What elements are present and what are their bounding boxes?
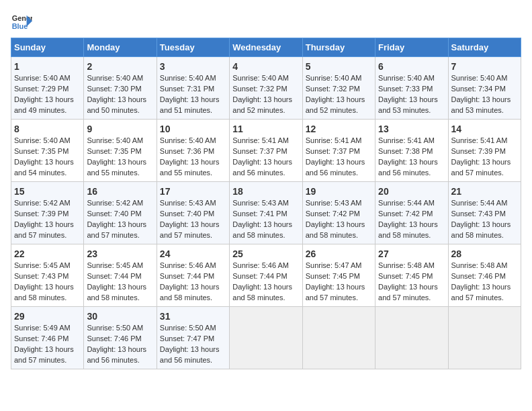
day-detail: Daylight: 13 hours — [306, 220, 372, 230]
day-number: 8 — [14, 122, 81, 136]
day-detail: Sunrise: 5:50 AM — [160, 323, 226, 334]
day-detail: Sunrise: 5:45 AM — [14, 261, 81, 271]
day-detail: Sunset: 7:36 PM — [160, 146, 226, 157]
header-cell-tuesday: Tuesday — [157, 38, 229, 57]
day-detail: Sunset: 7:43 PM — [451, 209, 518, 220]
day-cell: 5Sunrise: 5:40 AMSunset: 7:32 PMDaylight… — [302, 57, 375, 120]
day-detail: Sunrise: 5:43 AM — [306, 198, 372, 209]
day-detail: Sunrise: 5:47 AM — [306, 261, 372, 271]
day-cell: 28Sunrise: 5:48 AMSunset: 7:46 PMDayligh… — [448, 244, 521, 307]
day-detail: Sunrise: 5:45 AM — [87, 261, 153, 271]
day-number: 3 — [160, 60, 226, 73]
day-detail: Sunset: 7:40 PM — [160, 209, 226, 220]
day-detail: Sunrise: 5:41 AM — [306, 136, 372, 146]
day-number: 1 — [14, 60, 81, 73]
day-number: 21 — [451, 185, 518, 198]
day-number: 28 — [451, 247, 518, 261]
day-detail: Sunset: 7:46 PM — [451, 271, 518, 282]
day-cell: 30Sunrise: 5:50 AMSunset: 7:46 PMDayligh… — [84, 307, 157, 369]
day-detail: Sunset: 7:44 PM — [160, 271, 226, 282]
day-detail: Daylight: 13 hours — [160, 95, 226, 105]
day-detail: and 58 minutes. — [14, 293, 81, 304]
day-detail: Sunrise: 5:41 AM — [451, 136, 518, 146]
week-row-3: 15Sunrise: 5:42 AMSunset: 7:39 PMDayligh… — [11, 182, 521, 244]
day-detail: and 57 minutes. — [451, 293, 518, 304]
day-cell: 27Sunrise: 5:48 AMSunset: 7:45 PMDayligh… — [375, 244, 448, 307]
day-cell — [230, 307, 302, 369]
day-detail: Sunrise: 5:40 AM — [451, 73, 518, 84]
day-detail: Sunrise: 5:40 AM — [160, 136, 226, 146]
day-detail: Sunrise: 5:49 AM — [14, 323, 81, 334]
day-detail: Daylight: 13 hours — [451, 157, 518, 168]
header-cell-monday: Monday — [84, 38, 157, 57]
day-number: 26 — [306, 247, 372, 261]
calendar-header: SundayMondayTuesdayWednesdayThursdayFrid… — [11, 38, 521, 57]
day-cell: 14Sunrise: 5:41 AMSunset: 7:39 PMDayligh… — [448, 120, 521, 182]
day-detail: Sunset: 7:33 PM — [378, 84, 445, 95]
day-detail: Sunrise: 5:48 AM — [451, 261, 518, 271]
day-detail: and 52 minutes. — [306, 105, 372, 116]
day-detail: and 56 minutes. — [87, 355, 153, 366]
day-detail: and 57 minutes. — [378, 293, 445, 304]
calendar-body: 1Sunrise: 5:40 AMSunset: 7:29 PMDaylight… — [11, 57, 521, 369]
day-detail: Sunset: 7:37 PM — [306, 146, 372, 157]
day-detail: Sunrise: 5:46 AM — [232, 261, 299, 271]
day-number: 30 — [87, 310, 153, 323]
day-detail: Sunset: 7:32 PM — [232, 84, 299, 95]
day-detail: Sunset: 7:46 PM — [87, 334, 153, 345]
header-cell-saturday: Saturday — [448, 38, 521, 57]
day-detail: Sunset: 7:43 PM — [14, 271, 81, 282]
day-detail: and 52 minutes. — [232, 105, 299, 116]
day-detail: Daylight: 13 hours — [14, 345, 81, 355]
day-detail: Sunset: 7:35 PM — [87, 146, 153, 157]
logo: General Blue — [11, 11, 32, 32]
day-detail: and 57 minutes. — [306, 293, 372, 304]
day-detail: Sunrise: 5:40 AM — [232, 73, 299, 84]
day-detail: and 53 minutes. — [378, 105, 445, 116]
day-detail: Daylight: 13 hours — [87, 345, 153, 355]
day-detail: and 53 minutes. — [451, 105, 518, 116]
day-detail: and 56 minutes. — [378, 168, 445, 179]
day-detail: Daylight: 13 hours — [160, 345, 226, 355]
day-number: 2 — [87, 60, 153, 73]
day-detail: Sunrise: 5:40 AM — [14, 136, 81, 146]
day-detail: Sunset: 7:47 PM — [160, 334, 226, 345]
day-cell: 21Sunrise: 5:44 AMSunset: 7:43 PMDayligh… — [448, 182, 521, 244]
day-detail: Daylight: 13 hours — [87, 95, 153, 105]
day-detail: Sunrise: 5:48 AM — [378, 261, 445, 271]
day-number: 5 — [306, 60, 372, 73]
day-cell: 7Sunrise: 5:40 AMSunset: 7:34 PMDaylight… — [448, 57, 521, 120]
day-detail: and 57 minutes. — [160, 230, 226, 241]
day-number: 9 — [87, 122, 153, 136]
day-detail: Sunset: 7:38 PM — [378, 146, 445, 157]
day-detail: Daylight: 13 hours — [306, 282, 372, 293]
day-number: 13 — [378, 122, 445, 136]
header-cell-sunday: Sunday — [11, 38, 84, 57]
day-detail: Sunset: 7:42 PM — [306, 209, 372, 220]
day-detail: and 57 minutes. — [14, 355, 81, 366]
day-number: 20 — [378, 185, 445, 198]
day-detail: and 50 minutes. — [87, 105, 153, 116]
day-detail: Sunset: 7:31 PM — [160, 84, 226, 95]
day-detail: Daylight: 13 hours — [306, 95, 372, 105]
day-detail: Daylight: 13 hours — [232, 95, 299, 105]
day-detail: Sunrise: 5:40 AM — [87, 136, 153, 146]
day-cell: 16Sunrise: 5:42 AMSunset: 7:40 PMDayligh… — [84, 182, 157, 244]
day-detail: Daylight: 13 hours — [232, 157, 299, 168]
day-detail: Sunrise: 5:40 AM — [87, 73, 153, 84]
day-detail: Sunrise: 5:40 AM — [14, 73, 81, 84]
day-detail: Sunset: 7:29 PM — [14, 84, 81, 95]
day-cell: 24Sunrise: 5:46 AMSunset: 7:44 PMDayligh… — [157, 244, 229, 307]
day-number: 24 — [160, 247, 226, 261]
day-detail: Sunrise: 5:43 AM — [160, 198, 226, 209]
day-detail: Daylight: 13 hours — [378, 282, 445, 293]
day-detail: Sunset: 7:30 PM — [87, 84, 153, 95]
day-number: 25 — [232, 247, 299, 261]
day-cell — [302, 307, 375, 369]
day-detail: Sunset: 7:37 PM — [232, 146, 299, 157]
day-detail: and 56 minutes. — [232, 168, 299, 179]
day-detail: Daylight: 13 hours — [14, 157, 81, 168]
header: General Blue — [11, 11, 521, 32]
day-detail: Sunrise: 5:41 AM — [378, 136, 445, 146]
day-detail: and 56 minutes. — [160, 355, 226, 366]
